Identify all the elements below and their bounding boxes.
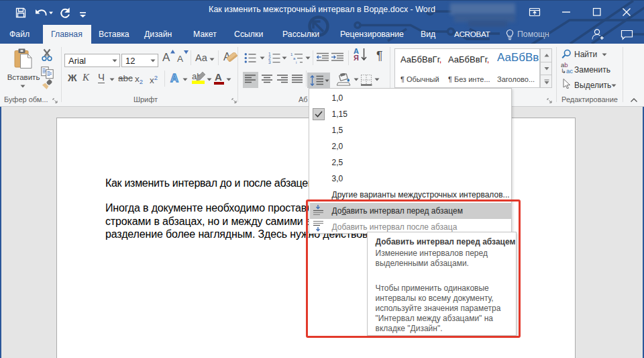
svg-text:3: 3 bbox=[268, 60, 271, 64]
svg-text:i: i bbox=[296, 60, 297, 64]
